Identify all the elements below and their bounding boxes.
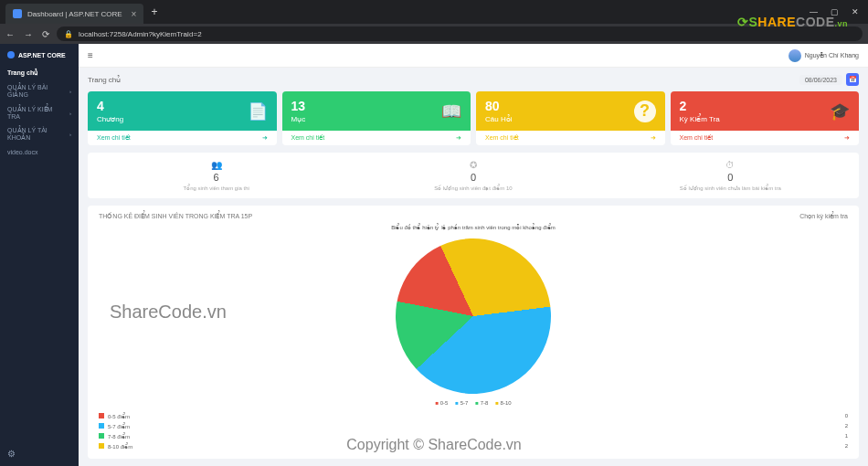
sidebar-item-bai-giang[interactable]: QUẢN LÝ BÀI GIẢNG › (0, 80, 79, 102)
calendar-button[interactable]: 📅 (846, 73, 859, 86)
url-text: localhost:7258/Admin?kyKiemTraId=2 (79, 30, 202, 38)
breadcrumb: Trang chủ (88, 76, 121, 84)
chart-panel: THỐNG KÊ ĐIỂM SINH VIÊN TRONG KIỂM TRA 1… (88, 206, 859, 459)
sidebar-item-label: video.docx (7, 149, 37, 155)
stat-label: Câu Hỏi (485, 115, 512, 123)
app-viewport: ASP.NET CORE Trang chủ QUẢN LÝ BÀI GIẢNG… (0, 44, 868, 466)
stat-value: 2 (680, 99, 720, 113)
sidebar-item-tai-khoan[interactable]: QUẢN LÝ TÀI KHOẢN › (0, 123, 79, 145)
sidebar-item-label: QUẢN LÝ BÀI GIẢNG (7, 84, 66, 99)
sidebar-item-video[interactable]: video.docx (0, 145, 79, 159)
link-text: Xem chi tiết (680, 134, 714, 142)
stat-cards-row: 4 Chương 📄 Xem chi tiết ➜ 13 Mục 📖 (79, 91, 868, 145)
chart-title: Biểu đồ thể hiện tỷ lệ phần trăm sinh vi… (99, 224, 848, 230)
clock-icon: ⏱ (602, 160, 859, 170)
date-display: 08/06/2023 (799, 75, 842, 85)
stat-card-ky-kiem-tra: 2 Kỳ Kiểm Tra 🎓 Xem chi tiết ➜ (671, 91, 860, 145)
lock-icon: 🔒 (64, 30, 73, 38)
brand-logo-icon (7, 51, 15, 58)
new-tab-button[interactable]: + (143, 5, 164, 18)
nav-back-icon[interactable]: ← (5, 29, 15, 39)
mid-stat-pending: ⏱ 0 Số lượng sinh viên chưa làm bài kiểm… (602, 160, 859, 191)
breadcrumb-row: Trang chủ 08/06/2023 📅 (79, 68, 868, 91)
question-icon: ? (634, 101, 656, 122)
tab-title: Dashboard | ASP.NET CORE (27, 10, 122, 18)
panel-title: THỐNG KÊ ĐIỂM SINH VIÊN TRONG KIỂM TRA 1… (99, 213, 252, 220)
legend-swatch (99, 413, 104, 418)
chevron-right-icon: › (69, 89, 71, 94)
browser-tab[interactable]: Dashboard | ASP.NET CORE × (5, 4, 143, 24)
stat-card-cau-hoi: 80 Câu Hỏi ? Xem chi tiết ➜ (476, 91, 665, 145)
legend-row: 0-5 điểm0 (99, 411, 848, 421)
mid-stats-panel: 👥 6 Tổng sinh viên tham gia thi ✪ 0 Số l… (88, 153, 859, 198)
stat-label: Kỳ Kiểm Tra (680, 115, 720, 123)
avatar (789, 49, 801, 62)
nav-forward-icon[interactable]: → (24, 29, 33, 39)
legend-item: 8-10 (495, 400, 511, 406)
stat-card-link[interactable]: Xem chi tiết ➜ (88, 131, 277, 145)
badge-icon: ✪ (344, 160, 601, 170)
sidebar-heading: Trang chủ (0, 66, 79, 80)
tab-close-icon[interactable]: × (132, 9, 137, 19)
brand[interactable]: ASP.NET CORE (0, 44, 79, 66)
book-icon: 📖 (441, 101, 461, 122)
stat-card-link[interactable]: Xem chi tiết ➜ (282, 131, 471, 145)
mid-stat-label: Tổng sinh viên tham gia thi (88, 185, 344, 191)
chevron-right-icon: › (69, 132, 71, 137)
stat-label: Mục (291, 115, 306, 123)
legend-swatch (99, 433, 104, 439)
stat-value: 4 (97, 99, 123, 113)
hamburger-icon[interactable]: ≡ (88, 50, 93, 60)
brand-text: ASP.NET CORE (18, 52, 66, 58)
stat-card-link[interactable]: Xem chi tiết ➜ (671, 131, 860, 145)
mid-stat-total: 👥 6 Tổng sinh viên tham gia thi (88, 160, 344, 191)
pie-chart-graphic (370, 213, 577, 419)
legend-row: 5-7 điểm2 (99, 421, 848, 431)
stat-value: 13 (291, 99, 306, 113)
stat-label: Chương (97, 115, 123, 123)
sidebar-settings-icon[interactable]: ⚙ (0, 441, 79, 466)
mid-stat-label: Số lượng sinh viên chưa làm bài kiểm tra (602, 185, 859, 191)
username: Nguyễn Chí Khang (805, 52, 859, 59)
user-menu[interactable]: Nguyễn Chí Khang (789, 49, 859, 62)
legend-item: 7-8 (475, 400, 488, 406)
mid-stat-perfect: ✪ 0 Số lượng sinh viên đạt điểm 10 (344, 160, 601, 191)
sidebar-item-label: QUẢN LÝ KIỂM TRA (7, 106, 66, 120)
nav-reload-icon[interactable]: ⟳ (42, 29, 49, 39)
mid-stat-value: 6 (88, 172, 344, 183)
legend-swatch (99, 443, 104, 449)
sharecode-watermark-logo: ⟳SHARECODE.vn (737, 15, 848, 29)
main-content: ≡ Nguyễn Chí Khang Trang chủ 08/06/2023 … (79, 44, 868, 466)
link-text: Xem chi tiết (291, 134, 325, 142)
stat-card-link[interactable]: Xem chi tiết ➜ (476, 131, 665, 145)
arrow-circle-icon: ➜ (456, 134, 461, 142)
tab-favicon (13, 9, 22, 18)
stat-value: 80 (485, 99, 512, 113)
window-close-icon[interactable]: ✕ (852, 7, 859, 16)
link-text: Xem chi tiết (97, 134, 131, 142)
arrow-circle-icon: ➜ (844, 134, 850, 142)
exam-select[interactable]: Chọn kỳ kiểm tra (799, 213, 848, 220)
arrow-circle-icon: ➜ (651, 134, 656, 142)
topbar: ≡ Nguyễn Chí Khang (79, 44, 868, 68)
sidebar-item-kiem-tra[interactable]: QUẢN LÝ KIỂM TRA › (0, 102, 79, 123)
stat-card-muc: 13 Mục 📖 Xem chi tiết ➜ (282, 91, 471, 145)
watermark-bottom: Copyright © ShareCode.vn (346, 437, 521, 453)
document-icon: 📄 (248, 101, 268, 122)
legend-item: 5-7 (455, 400, 468, 406)
mid-stat-label: Số lượng sinh viên đạt điểm 10 (344, 185, 601, 191)
mid-stat-value: 0 (344, 172, 601, 183)
arrow-circle-icon: ➜ (262, 134, 268, 142)
chart-legend: 0-5 5-7 7-8 8-10 (99, 400, 848, 406)
users-icon: 👥 (88, 160, 344, 170)
legend-swatch (99, 423, 104, 429)
watermark-center: ShareCode.vn (110, 302, 227, 323)
chevron-right-icon: › (69, 111, 71, 116)
stat-card-chuong: 4 Chương 📄 Xem chi tiết ➜ (88, 91, 277, 145)
mid-stat-value: 0 (602, 172, 859, 183)
legend-item: 0-5 (435, 400, 448, 406)
graduation-cap-icon: 🎓 (830, 101, 850, 122)
link-text: Xem chi tiết (485, 134, 519, 142)
sidebar-item-label: QUẢN LÝ TÀI KHOẢN (7, 127, 66, 142)
sidebar: ASP.NET CORE Trang chủ QUẢN LÝ BÀI GIẢNG… (0, 44, 79, 466)
